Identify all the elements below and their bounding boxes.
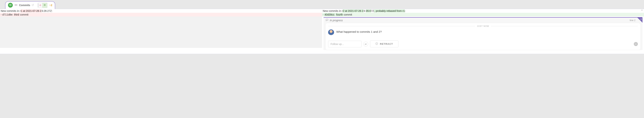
hl-text: 40d39cc [324,13,334,16]
reply-icon: ↩ [640,18,642,20]
external-link-icon[interactable] [32,4,34,7]
comment-text: What happened to commits 1 and 2? [336,29,382,33]
diff-lines: New commits in r2 at 2021-07-26 23:35:07… [322,9,644,16]
placeholder-text: Follow up... [330,43,344,45]
diff-delta-count: ~2 [49,4,52,7]
page-root: Commits r1 ~2 ▼ New commits in r1 at 202… [0,0,644,54]
svg-point-5 [44,5,45,5]
diff-line-removed: - d711d8e: third commit [0,13,322,16]
text: 7Z [371,9,374,12]
retract-button[interactable]: RETRACT [370,40,398,47]
hl-text: fourth [336,13,343,16]
diff-line: New commits in r1 at 2021-07-26 23:26:27… [0,9,322,13]
comment-thread: ↩ In progress line 2 JUST NOW [324,17,642,50]
diff-container: New commits in r1 at 2021-07-26 23:26:27… [0,9,644,54]
avatar[interactable] [328,29,334,35]
collapse-icon[interactable]: – [634,42,638,46]
revision-chip[interactable]: r1 [38,2,48,8]
review-status-icon [8,3,13,7]
text: 3: [364,9,366,12]
timeline-separator: JUST NOW [328,25,638,27]
text: commit [19,13,28,16]
diff-filler [0,16,322,48]
text: New commits in r [1,9,20,12]
corner-flag[interactable]: ↩ [637,17,642,23]
hl-text: 35:0 [366,9,371,12]
hl-text: 2 at 2021-07-26 2 [342,9,364,12]
text: 3:26:27Z: [42,9,52,12]
revision-label: r1 [38,3,42,7]
thread-actions: Follow up... or RETRACT – [328,40,638,47]
eye-icon [42,3,47,7]
diff-lines: New commits in r1 at 2021-07-26 23:26:27… [0,9,322,16]
follow-up-input[interactable]: Follow up... [328,41,362,47]
text: - d711d8e: [1,13,14,16]
timeline-label: JUST NOW [475,25,491,27]
or-separator: or [363,42,368,46]
diff-line: New commits in r2 at 2021-07-26 23:35:07… [322,9,644,13]
svg-point-0 [10,5,11,5]
text: - [323,13,324,16]
commits-tab[interactable]: Commits r1 ~2 [5,1,55,9]
text: : [405,9,406,12]
thread-container: ↩ In progress line 2 JUST NOW [322,17,644,54]
comment-row: What happened to commits 1 and 2? [328,29,638,35]
svg-point-1 [16,4,16,5]
thread-status: In progress [330,19,343,22]
diff-right-pane: New commits in r2 at 2021-07-26 23:35:07… [322,9,644,54]
text: New commits in r [323,9,342,12]
thread-body: JUST NOW What happened to commits 1 and … [325,23,641,50]
git-commit-icon [14,4,18,7]
chevron-down-icon[interactable]: ▼ [641,9,643,11]
diff-split-view: New commits in r1 at 2021-07-26 23:26:27… [0,9,644,54]
text: commit [343,13,352,16]
hl-text: third [14,13,19,16]
hl-text: , probably rebased from r1 [374,9,405,12]
tab-label: Commits [19,4,30,7]
retract-label: RETRACT [380,43,393,45]
check-circle-icon [376,42,378,45]
svg-point-6 [376,43,378,45]
svg-line-4 [33,4,34,5]
hl-text: 1 at 2021-07-26 2 [20,9,42,12]
diff-left-pane: New commits in r1 at 2021-07-26 23:26:27… [0,9,322,54]
comment-icon [326,19,328,22]
diff-line-added: - 40d39cc: fourth commit [322,13,644,16]
thread-header: In progress line 2 [324,17,642,23]
eye-icon [9,4,12,7]
tab-bar: Commits r1 ~2 ▼ [0,0,644,9]
